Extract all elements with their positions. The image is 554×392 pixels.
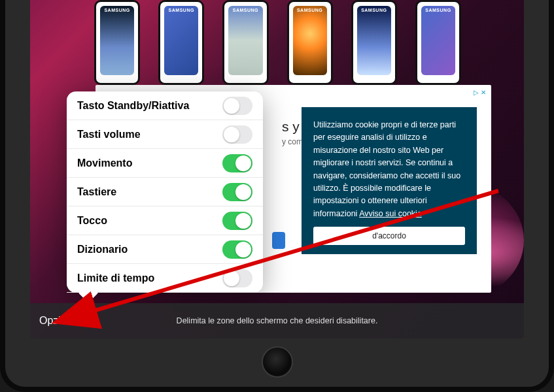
- option-row-touch: Tocco: [67, 206, 263, 235]
- phone-thumbnail[interactable]: SAMSUNG: [351, 0, 397, 85]
- cookie-text: Utilizziamo cookie propri e di terze par…: [313, 120, 460, 218]
- partial-button[interactable]: [272, 232, 285, 249]
- phone-brand-label: SAMSUNG: [169, 8, 194, 12]
- adchoices-icon[interactable]: ▷: [474, 89, 479, 96]
- screen: SAMSUNG SAMSUNG SAMSUNG SAMSUNG SAMSUNG …: [30, 0, 524, 338]
- option-label: Tastiere: [77, 186, 116, 198]
- phone-thumbnail[interactable]: SAMSUNG: [158, 0, 204, 85]
- phone-brand-label: SAMSUNG: [104, 8, 130, 12]
- option-row-motion: Movimento: [67, 149, 263, 178]
- cookie-link[interactable]: Avviso sui cookie: [359, 209, 422, 218]
- option-row-dictionary: Dizionario: [67, 235, 263, 264]
- phone-brand-label: SAMSUNG: [233, 8, 258, 12]
- product-thumbnails-row: SAMSUNG SAMSUNG SAMSUNG SAMSUNG SAMSUNG …: [90, 0, 465, 85]
- option-label: Movimento: [77, 157, 132, 169]
- option-switch-motion[interactable]: [222, 154, 252, 172]
- option-switch-keyboard[interactable]: [222, 183, 252, 201]
- option-switch-volume[interactable]: [222, 125, 252, 144]
- cookie-accept-button[interactable]: d'accordo: [313, 227, 465, 245]
- option-label: Tasto Standby/Riattiva: [77, 100, 189, 112]
- option-row-timelimit: Limite di tempo: [67, 264, 263, 293]
- phone-brand-label: SAMSUNG: [425, 8, 451, 12]
- phone-thumbnail[interactable]: SAMSUNG: [94, 0, 140, 85]
- ad-badge: ▷ ✕: [474, 89, 486, 96]
- options-popover: Tasto Standby/Riattiva Tasti volume Movi…: [67, 91, 263, 293]
- opzioni-button[interactable]: Opzioni: [30, 315, 75, 327]
- ad-close-icon[interactable]: ✕: [481, 89, 486, 96]
- option-row-keyboard: Tastiere: [67, 178, 263, 206]
- phone-thumbnail[interactable]: SAMSUNG: [287, 0, 333, 85]
- instruction-text: Delimita le zone dello schermo che desid…: [177, 316, 378, 325]
- option-switch-dictionary[interactable]: [222, 240, 252, 259]
- option-switch-standby[interactable]: [222, 97, 252, 115]
- phone-thumbnail[interactable]: SAMSUNG: [222, 0, 268, 85]
- option-label: Limite di tempo: [77, 272, 154, 284]
- option-switch-timelimit[interactable]: [222, 269, 252, 287]
- phone-brand-label: SAMSUNG: [361, 8, 387, 12]
- bottom-bar: Opzioni Delimita le zone dello schermo c…: [30, 303, 524, 338]
- option-label: Tocco: [77, 215, 107, 227]
- option-label: Dizionario: [77, 244, 128, 255]
- tablet-frame: SAMSUNG SAMSUNG SAMSUNG SAMSUNG SAMSUNG …: [0, 0, 554, 392]
- option-row-standby: Tasto Standby/Riattiva: [67, 91, 263, 120]
- phone-brand-label: SAMSUNG: [297, 8, 322, 12]
- option-row-volume: Tasti volume: [67, 120, 263, 149]
- cookie-banner: Utilizziamo cookie propri e di terze par…: [302, 107, 477, 254]
- option-label: Tasti volume: [77, 129, 141, 140]
- phone-thumbnail[interactable]: SAMSUNG: [415, 0, 461, 85]
- option-switch-touch[interactable]: [222, 212, 252, 230]
- home-button[interactable]: [262, 346, 293, 378]
